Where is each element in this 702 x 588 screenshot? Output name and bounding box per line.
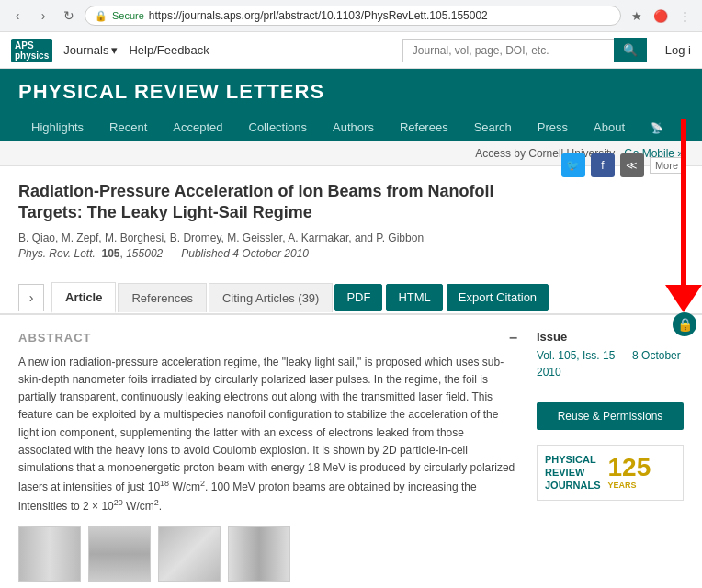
tab-references[interactable]: References (118, 283, 206, 312)
nav-authors[interactable]: Authors (320, 113, 387, 141)
browser-nav: ‹ › ↻ 🔒 Secure https://journals.aps.org/… (0, 0, 702, 31)
main-content: ABSTRACT − A new ion radiation-pressure … (18, 315, 518, 588)
dropdown-arrow-icon: ▾ (111, 43, 118, 57)
search-input[interactable] (402, 39, 614, 62)
article-section: Radiation-Pressure Acceleration of Ion B… (0, 166, 702, 275)
sidebar-issue: Issue Vol. 105, Iss. 15 — 8 October 2010 (537, 330, 684, 380)
back-button[interactable]: ‹ (7, 6, 28, 26)
tab-bar: › Article References Citing Articles (39… (0, 282, 702, 315)
more-share-button[interactable]: More (650, 157, 684, 174)
abstract-text: A new ion radiation-pressure acceleratio… (18, 354, 518, 516)
social-icons: 🐦 f ≪ More (561, 153, 684, 177)
nav-recent[interactable]: Recent (96, 113, 160, 141)
nav-search[interactable]: Search (461, 113, 525, 141)
nav-press[interactable]: Press (525, 113, 581, 141)
help-feedback-button[interactable]: Help/Feedback (129, 43, 209, 57)
search-button[interactable]: 🔍 (614, 38, 647, 62)
nav-about[interactable]: About (581, 113, 638, 141)
share-button[interactable]: ≪ (620, 153, 644, 177)
pdf-button[interactable]: PDF (334, 284, 382, 311)
prj-title: PHYSICALREVIEWJOURNALS (545, 453, 601, 492)
figure-thumbnails (18, 526, 518, 582)
nav-collections[interactable]: Collections (236, 113, 321, 141)
nav-accepted[interactable]: Accepted (160, 113, 235, 141)
article-authors: B. Qiao, M. Zepf, M. Borghesi, B. Dromey… (18, 232, 561, 244)
abstract-title: ABSTRACT (18, 331, 92, 345)
journal-header: PHYSICAL REVIEW LETTERS Highlights Recen… (0, 69, 702, 141)
nav-highlights[interactable]: Highlights (18, 113, 96, 141)
page-number: 155002 (126, 247, 163, 260)
secure-icon: 🔒 (95, 10, 108, 22)
thumbnail-1[interactable] (18, 526, 81, 582)
extension-icon[interactable]: 🔴 (651, 6, 671, 26)
menu-icon[interactable]: ⋮ (674, 6, 695, 26)
content-wrapper: ABSTRACT − A new ion radiation-pressure … (0, 315, 702, 588)
site-toolbar: APSphysics Journals ▾ Help/Feedback 🔍 Lo… (0, 32, 702, 69)
thumbnail-3[interactable] (158, 526, 221, 582)
lock-icon: 🔒 (673, 312, 696, 336)
journals-button[interactable]: Journals ▾ (63, 43, 118, 57)
forward-button[interactable]: › (33, 6, 53, 26)
export-citation-button[interactable]: Export Citation (447, 284, 549, 311)
issue-link[interactable]: Vol. 105, Iss. 15 — 8 October 2010 (537, 347, 684, 380)
search-bar: 🔍 (402, 38, 647, 62)
prj-logo-area: PHYSICALREVIEWJOURNALS 125 YEARS (537, 445, 684, 501)
twitter-share-button[interactable]: 🐦 (561, 153, 585, 177)
volume-number: 105 (101, 247, 119, 260)
browser-chrome: ‹ › ↻ 🔒 Secure https://journals.aps.org/… (0, 0, 702, 32)
nav-referees[interactable]: Referees (387, 113, 461, 141)
journal-name: Phys. Rev. Lett. (18, 247, 96, 260)
publish-date: Published 4 October 2010 (181, 247, 309, 260)
article-title: Radiation-Pressure Acceleration of Ion B… (18, 181, 561, 224)
browser-icons: ★ 🔴 ⋮ (627, 6, 695, 26)
bookmark-icon[interactable]: ★ (627, 6, 647, 26)
tab-article[interactable]: Article (51, 282, 116, 313)
prj-anniversary: 125 YEARS (608, 455, 651, 490)
thumbnail-2[interactable] (88, 526, 151, 582)
reuse-permissions-button[interactable]: Reuse & Permissions (537, 402, 684, 430)
aps-logo-text: APSphysics (15, 40, 49, 61)
issue-label: Issue (537, 330, 684, 344)
url-text: https://journals.aps.org/prl/abstract/10… (149, 9, 611, 22)
address-bar[interactable]: 🔒 Secure https://journals.aps.org/prl/ab… (85, 6, 621, 26)
abstract-header: ABSTRACT − (18, 330, 518, 346)
login-button[interactable]: Log i (665, 43, 691, 57)
article-meta: Phys. Rev. Lett. 105, 155002 – Published… (18, 247, 561, 260)
tab-citing-articles[interactable]: Citing Articles (39) (209, 283, 333, 312)
html-button[interactable]: HTML (386, 284, 442, 311)
journal-title: PHYSICAL REVIEW LETTERS (18, 80, 684, 113)
facebook-share-button[interactable]: f (591, 153, 615, 177)
sidebar: Issue Vol. 105, Iss. 15 — 8 October 2010… (537, 315, 684, 588)
secure-label: Secure (112, 10, 144, 21)
tab-scroll-left[interactable]: › (18, 284, 44, 311)
nav-rss[interactable]: 📡 (638, 113, 676, 141)
journal-nav: Highlights Recent Accepted Collections A… (18, 113, 684, 141)
aps-logo[interactable]: APSphysics (11, 39, 52, 62)
abstract-collapse-button[interactable]: − (509, 330, 518, 346)
refresh-button[interactable]: ↻ (59, 6, 79, 26)
thumbnail-4[interactable] (228, 526, 290, 582)
